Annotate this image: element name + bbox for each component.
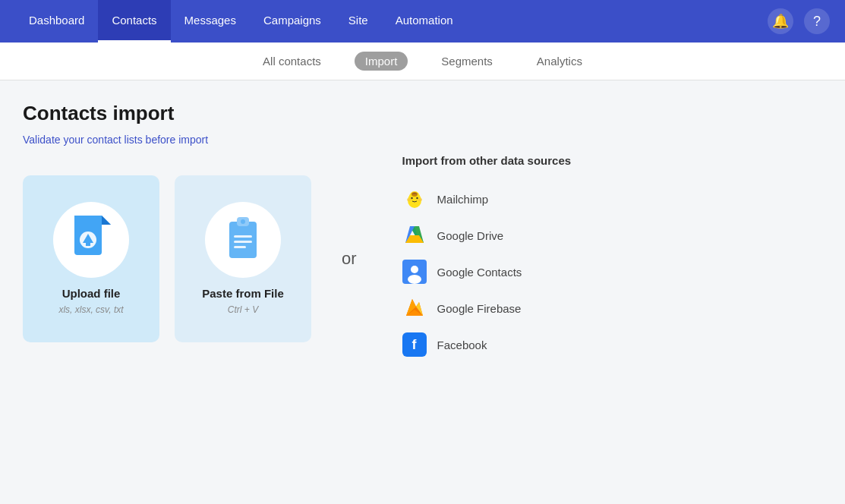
- facebook-icon: f: [402, 332, 427, 357]
- google-drive-label: Google Drive: [437, 229, 504, 242]
- nav-contacts[interactable]: Contacts: [98, 0, 170, 43]
- firebase-icon: [402, 296, 427, 320]
- svg-point-15: [411, 197, 412, 199]
- import-area: Upload file xls, xlsx, csv, txt P: [23, 146, 822, 370]
- other-sources: Import from other data sources: [387, 146, 572, 370]
- page-title: Contacts import: [23, 102, 822, 125]
- nav-automation[interactable]: Automation: [382, 0, 467, 43]
- source-google-firebase[interactable]: Google Firebase: [402, 290, 572, 326]
- mailchimp-label: Mailchimp: [437, 193, 489, 206]
- nav-messages[interactable]: Messages: [171, 0, 250, 43]
- or-divider: or: [311, 249, 387, 269]
- svg-rect-2: [74, 216, 102, 225]
- source-facebook[interactable]: f Facebook: [402, 326, 572, 363]
- upload-icon-circle: [53, 202, 129, 278]
- paste-file-card[interactable]: Paste from File Ctrl + V: [175, 175, 311, 342]
- paste-file-icon: [223, 216, 263, 264]
- nav-site[interactable]: Site: [335, 0, 382, 43]
- upload-card-sublabel: xls, xlsx, csv, txt: [58, 304, 123, 315]
- google-contacts-label: Google Contacts: [437, 266, 522, 279]
- main-nav: Dashboard Contacts Messages Campaigns Si…: [0, 0, 845, 43]
- tab-import[interactable]: Import: [355, 52, 408, 71]
- svg-point-18: [418, 198, 422, 201]
- svg-marker-3: [102, 216, 111, 225]
- svg-point-29: [408, 275, 421, 284]
- upload-card-label: Upload file: [62, 287, 121, 300]
- nav-action-icons: 🔔 ?: [768, 8, 830, 34]
- svg-rect-12: [234, 246, 246, 248]
- paste-card-label: Paste from File: [202, 287, 284, 300]
- notifications-icon[interactable]: 🔔: [768, 8, 793, 34]
- paste-card-sublabel: Ctrl + V: [228, 304, 258, 315]
- tab-segments[interactable]: Segments: [430, 52, 503, 71]
- svg-rect-7: [229, 222, 257, 258]
- tab-all-contacts[interactable]: All contacts: [252, 52, 332, 71]
- svg-rect-10: [234, 235, 252, 238]
- page-content: Contacts import Validate your contact li…: [0, 80, 845, 392]
- svg-point-9: [241, 219, 245, 224]
- source-google-drive[interactable]: Google Drive: [402, 217, 572, 254]
- tab-analytics[interactable]: Analytics: [526, 52, 593, 71]
- validate-link[interactable]: Validate your contact lists before impor…: [23, 134, 208, 146]
- other-sources-title: Import from other data sources: [402, 154, 572, 167]
- svg-rect-6: [86, 241, 90, 246]
- source-mailchimp[interactable]: Mailchimp: [402, 181, 572, 217]
- upload-file-icon: [71, 216, 111, 264]
- google-firebase-label: Google Firebase: [437, 302, 522, 315]
- help-icon[interactable]: ?: [804, 8, 830, 34]
- upload-file-card[interactable]: Upload file xls, xlsx, csv, txt: [23, 175, 159, 342]
- nav-dashboard[interactable]: Dashboard: [15, 0, 98, 43]
- import-cards: Upload file xls, xlsx, csv, txt P: [23, 175, 311, 342]
- mailchimp-icon: [402, 187, 427, 211]
- google-contacts-icon: [402, 260, 427, 284]
- svg-point-16: [416, 197, 418, 199]
- nav-campaigns[interactable]: Campaigns: [250, 0, 335, 43]
- svg-point-28: [411, 266, 418, 273]
- svg-rect-11: [234, 241, 252, 243]
- svg-point-17: [407, 198, 411, 201]
- google-drive-icon: [402, 223, 427, 247]
- facebook-label: Facebook: [437, 339, 487, 351]
- paste-icon-circle: [205, 202, 281, 278]
- nav-items: Dashboard Contacts Messages Campaigns Si…: [15, 0, 768, 43]
- tabs-bar: All contacts Import Segments Analytics: [0, 43, 845, 80]
- source-google-contacts[interactable]: Google Contacts: [402, 254, 572, 290]
